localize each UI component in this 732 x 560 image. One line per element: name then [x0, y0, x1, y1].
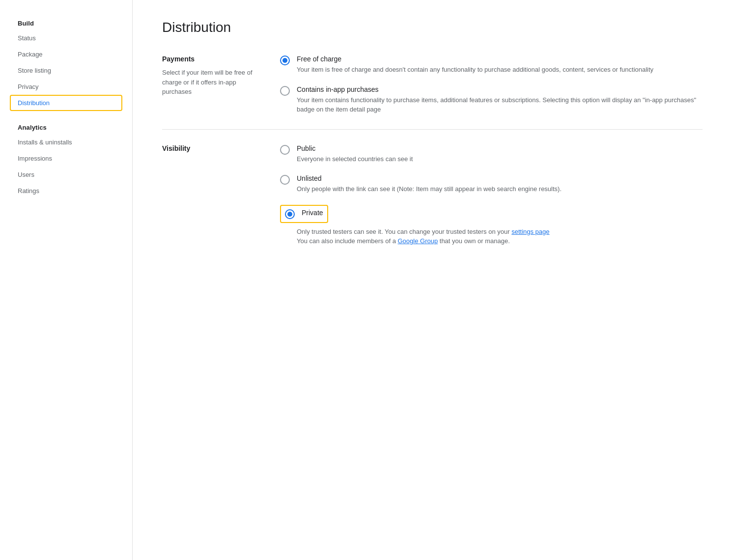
google-group-link[interactable]: Google Group — [397, 237, 438, 245]
sidebar-item-status[interactable]: Status — [10, 30, 122, 46]
sidebar-section-title-analytics: Analytics — [10, 119, 132, 134]
private-desc-before: Only trusted testers can see it. You can… — [297, 228, 511, 235]
radio-private[interactable]: Private — [280, 205, 703, 225]
sidebar-item-store-listing[interactable]: Store listing — [10, 62, 122, 79]
radio-private-indicator — [285, 209, 295, 219]
page-title: Distribution — [162, 20, 703, 35]
sidebar-item-ratings[interactable]: Ratings — [10, 183, 122, 199]
visibility-label: Visibility — [162, 144, 260, 246]
visibility-title: Visibility — [162, 144, 260, 152]
radio-unlisted[interactable]: Unlisted Only people with the link can s… — [280, 174, 703, 194]
radio-free-of-charge[interactable]: Free of charge Your item is free of char… — [280, 55, 703, 75]
radio-public-desc: Everyone in selected countries can see i… — [297, 154, 703, 164]
visibility-section: Visibility Public Everyone in selected c… — [162, 129, 703, 261]
radio-public-label: Public — [297, 144, 703, 152]
sidebar-item-impressions[interactable]: Impressions — [10, 150, 122, 167]
settings-page-link[interactable]: settings page — [511, 228, 549, 235]
radio-in-app-purchases-desc: Your item contains functionality to purc… — [297, 95, 703, 114]
private-desc-middle: You can also include members of a — [297, 237, 397, 245]
radio-unlisted-desc: Only people with the link can see it (No… — [297, 184, 703, 194]
sidebar-item-privacy[interactable]: Privacy — [10, 79, 122, 95]
radio-free-of-charge-desc: Your item is free of charge and doesn't … — [297, 65, 703, 75]
radio-in-app-purchases-label: Contains in-app purchases — [297, 85, 703, 93]
sidebar-section-build: Build Status Package Store listing Priva… — [10, 15, 132, 111]
sidebar-item-installs[interactable]: Installs & uninstalls — [10, 134, 122, 150]
private-desc-after: that you own or manage. — [438, 237, 510, 245]
radio-unlisted-indicator — [280, 175, 290, 185]
radio-free-of-charge-indicator — [280, 56, 290, 65]
payments-title: Payments — [162, 55, 260, 63]
radio-unlisted-label: Unlisted — [297, 174, 703, 182]
sidebar-item-users[interactable]: Users — [10, 167, 122, 183]
radio-public[interactable]: Public Everyone in selected countries ca… — [280, 144, 703, 164]
sidebar-section-analytics: Analytics Installs & uninstalls Impressi… — [10, 119, 132, 199]
radio-in-app-purchases[interactable]: Contains in-app purchases Your item cont… — [280, 85, 703, 114]
radio-private-label: Private — [302, 209, 323, 217]
payments-label: Payments Select if your item will be fre… — [162, 55, 260, 114]
sidebar-item-distribution[interactable]: Distribution — [10, 95, 122, 111]
payments-description: Select if your item will be free of char… — [162, 68, 260, 97]
radio-private-desc: Only trusted testers can see it. You can… — [297, 227, 703, 246]
main-content: Distribution Payments Select if your ite… — [133, 0, 732, 560]
radio-free-of-charge-label: Free of charge — [297, 55, 703, 63]
visibility-options: Public Everyone in selected countries ca… — [280, 144, 703, 246]
radio-in-app-purchases-indicator — [280, 86, 290, 96]
sidebar-item-package[interactable]: Package — [10, 46, 122, 62]
radio-public-indicator — [280, 145, 290, 155]
payments-options: Free of charge Your item is free of char… — [280, 55, 703, 114]
payments-section: Payments Select if your item will be fre… — [162, 55, 703, 129]
sidebar-section-title-build: Build — [10, 15, 132, 30]
sidebar: Build Status Package Store listing Priva… — [0, 0, 133, 560]
